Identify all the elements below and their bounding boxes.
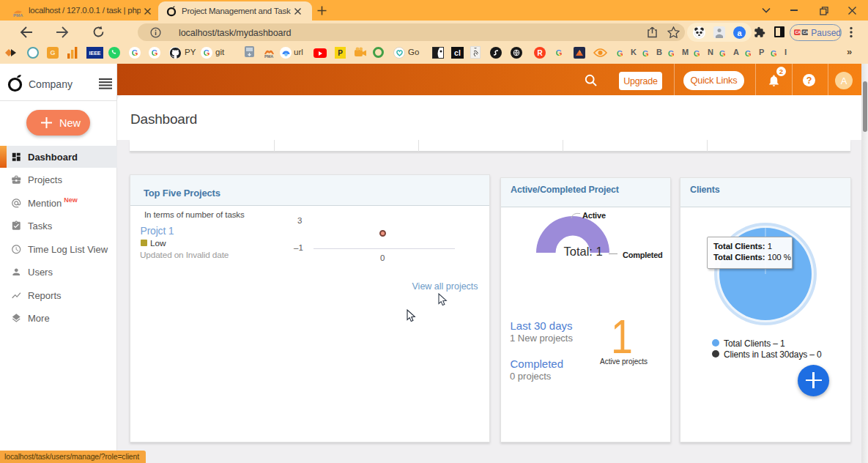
svg-text:CA: CA [803, 30, 808, 34]
svg-text:PMA: PMA [13, 13, 23, 18]
svg-text:CA: CA [795, 30, 801, 34]
svg-text:PMA: PMA [264, 54, 273, 59]
